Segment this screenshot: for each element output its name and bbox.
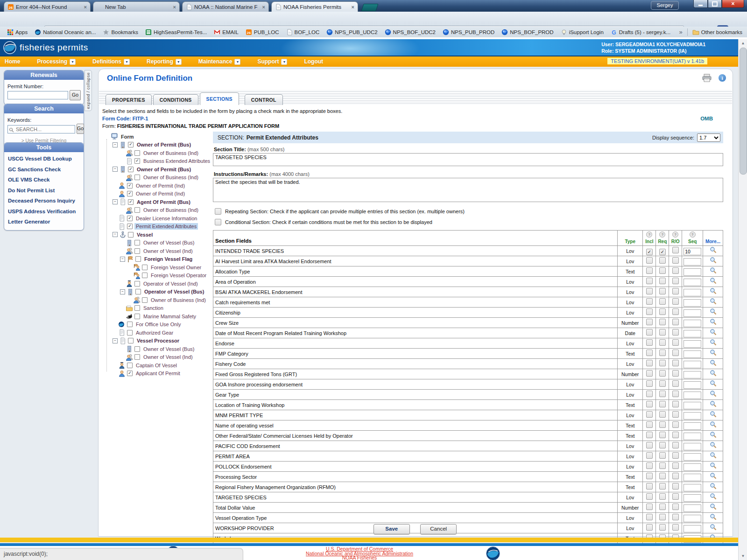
browser-tab[interactable]: NOAA :: National Marine F×	[182, 1, 269, 12]
req-checkbox[interactable]	[659, 350, 666, 356]
dropdown-icon[interactable]: ▼	[176, 59, 182, 65]
tree-checkbox[interactable]	[127, 330, 133, 336]
tree-node[interactable]: Foreign Vessel Owner	[104, 263, 212, 272]
tree-checkbox[interactable]	[134, 207, 140, 213]
magnifier-icon[interactable]	[710, 380, 717, 388]
incl-checkbox[interactable]	[646, 391, 653, 397]
ro-checkbox[interactable]	[672, 473, 679, 479]
tree-node[interactable]: −Vessel Processor	[104, 337, 212, 345]
magnifier-icon[interactable]	[710, 432, 717, 440]
bookmark-item[interactable]: NPS_BOF_UDC2	[385, 29, 436, 35]
bookmark-item[interactable]: Apps	[7, 29, 28, 35]
magnifier-icon[interactable]	[710, 257, 717, 265]
req-checkbox[interactable]	[659, 278, 666, 284]
incl-checkbox[interactable]	[646, 411, 653, 418]
nav-item-definitions[interactable]: Definitions▼	[92, 58, 130, 65]
tree-checkbox[interactable]: ✓	[127, 191, 133, 196]
tree-node[interactable]: Form	[104, 133, 212, 141]
footer-link[interactable]: NOAA Fisheries	[229, 556, 490, 560]
seq-input[interactable]	[684, 361, 701, 368]
repeating-section-checkbox[interactable]	[215, 208, 221, 215]
ro-checkbox[interactable]	[672, 339, 679, 346]
close-button[interactable]: ×	[722, 0, 744, 8]
bookmark-item[interactable]: NPS_PUB_UDC2	[326, 29, 377, 35]
cancel-button[interactable]: Cancel	[420, 524, 457, 534]
nav-item-home[interactable]: Home	[5, 58, 20, 65]
tab-properties[interactable]: PROPERTIES	[106, 94, 152, 105]
tree-node[interactable]: ✓Applicant Of Permit	[104, 370, 212, 378]
incl-checkbox[interactable]	[646, 278, 653, 284]
new-tab-button[interactable]	[361, 4, 378, 11]
ro-checkbox[interactable]	[672, 421, 679, 428]
magnifier-icon[interactable]	[710, 370, 717, 378]
tab-close-icon[interactable]: ×	[262, 4, 265, 10]
tree-node[interactable]: −✓Owner of Permit (Bus)	[104, 165, 212, 174]
magnifier-icon[interactable]	[710, 514, 717, 522]
seq-input[interactable]	[684, 330, 701, 337]
maximize-button[interactable]	[708, 0, 722, 8]
search-input[interactable]	[7, 125, 75, 133]
tab-sections[interactable]: SECTIONS	[200, 92, 239, 105]
req-checkbox[interactable]	[659, 473, 666, 479]
seq-input[interactable]	[684, 412, 701, 420]
seq-input[interactable]	[684, 309, 701, 317]
tree-node[interactable]: Owner of Business (Ind)	[104, 174, 212, 182]
incl-checkbox[interactable]	[646, 504, 653, 510]
seq-input[interactable]	[684, 504, 701, 512]
seq-input[interactable]	[684, 422, 701, 430]
tree-checkbox[interactable]	[134, 240, 140, 245]
ro-checkbox[interactable]	[672, 298, 679, 305]
tool-link[interactable]: USCG Vessel DB Lookup	[8, 154, 84, 164]
seq-input[interactable]	[684, 402, 701, 409]
nav-item-support[interactable]: Support▼	[257, 58, 287, 65]
other-bookmarks-button[interactable]: Other bookmarks	[701, 29, 742, 35]
incl-checkbox[interactable]	[646, 514, 653, 520]
tree-checkbox[interactable]	[127, 363, 133, 368]
tree-checkbox[interactable]	[134, 150, 140, 156]
tree-checkbox[interactable]	[134, 305, 140, 311]
tree-checkbox[interactable]	[134, 354, 140, 360]
req-checkbox[interactable]	[659, 493, 666, 500]
seq-input[interactable]	[684, 340, 701, 348]
tree-node[interactable]: ✓Business Extended Attributes	[104, 157, 212, 166]
magnifier-icon[interactable]	[710, 247, 717, 255]
tree-checkbox[interactable]	[128, 338, 134, 343]
tree-node[interactable]: ✓Owner of Permit (Ind)	[104, 190, 212, 198]
dropdown-icon[interactable]: ▼	[70, 59, 76, 65]
magnifier-icon[interactable]	[710, 411, 717, 419]
search-go-button[interactable]: Go	[77, 124, 84, 134]
tree-checkbox[interactable]	[134, 346, 140, 352]
magnifier-icon[interactable]	[710, 267, 717, 275]
magnifier-icon[interactable]	[710, 421, 717, 429]
ro-checkbox[interactable]	[672, 308, 679, 315]
tree-node[interactable]: Owner of Vessel (Bus)	[104, 239, 212, 247]
tree-node[interactable]: Owner of Business (Ind)	[104, 206, 212, 215]
ro-checkbox[interactable]	[672, 360, 679, 366]
omb-link[interactable]: OMB	[700, 116, 713, 121]
seq-input[interactable]	[684, 381, 701, 389]
req-checkbox[interactable]	[659, 267, 666, 274]
tool-link[interactable]: GC Sanctions Check	[8, 164, 84, 175]
tool-link[interactable]: Do Not Permit List	[8, 185, 84, 196]
magnifier-icon[interactable]	[710, 462, 717, 470]
bookmark-item[interactable]: GDrafts (5) - sergey.k...	[611, 29, 670, 35]
collapse-icon[interactable]: −	[113, 338, 118, 343]
tree-checkbox[interactable]	[135, 289, 141, 294]
req-checkbox[interactable]	[659, 462, 666, 469]
req-checkbox[interactable]	[659, 288, 666, 294]
tree-node[interactable]: −Foreign Vessel Flag	[104, 255, 212, 264]
incl-checkbox[interactable]	[646, 483, 653, 490]
seq-input[interactable]	[684, 350, 701, 358]
magnifier-icon[interactable]	[710, 360, 717, 368]
scrollbar-thumb[interactable]	[740, 48, 747, 175]
ro-checkbox[interactable]	[672, 514, 679, 520]
tree-checkbox[interactable]	[127, 322, 133, 327]
req-checkbox[interactable]	[659, 360, 666, 366]
section-title-textarea[interactable]: TARGETED SPECIES	[213, 153, 723, 166]
save-button[interactable]: Save	[374, 524, 410, 534]
tree-node[interactable]: Authorized Gear	[104, 329, 212, 337]
req-checkbox[interactable]	[659, 421, 666, 428]
tab-control[interactable]: CONTROL	[245, 94, 283, 105]
tree-checkbox[interactable]	[142, 273, 148, 278]
renewals-go-button[interactable]: Go	[70, 90, 81, 100]
